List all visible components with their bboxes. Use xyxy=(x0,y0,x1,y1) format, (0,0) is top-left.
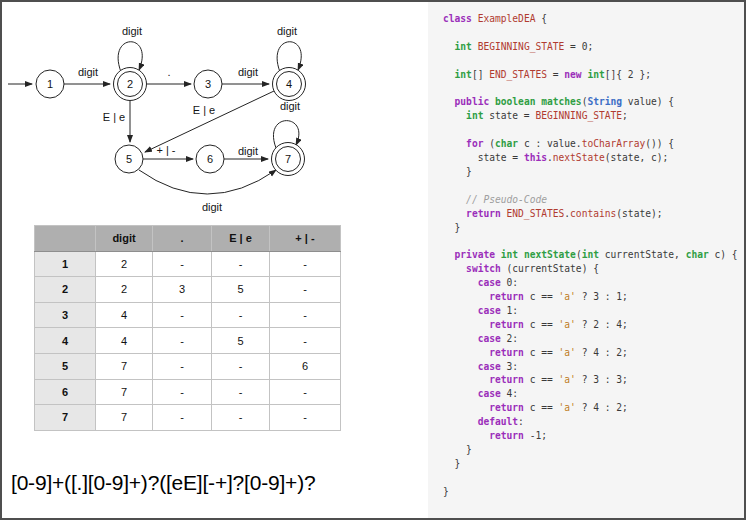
transition-cell: - xyxy=(270,277,341,303)
code-line: int BEGINNING_STATE = 0; xyxy=(443,40,744,54)
code-token: currentState, xyxy=(599,249,686,260)
code-token xyxy=(443,110,466,121)
transition-cell: 7 xyxy=(96,353,153,379)
code-token: 0: xyxy=(501,277,518,288)
transition-cell: - xyxy=(270,379,341,405)
code-token: char xyxy=(686,249,709,260)
code-token: value) { xyxy=(622,96,674,107)
transition-cell: - xyxy=(153,379,212,405)
code-token: -1; xyxy=(524,430,547,441)
code-line: } xyxy=(443,485,744,499)
code-token: (state, c); xyxy=(605,152,669,163)
state-header-cell: 5 xyxy=(35,353,96,379)
code-token: 1: xyxy=(501,305,518,316)
state-node-2: 2 xyxy=(114,68,147,101)
transition-cell: - xyxy=(270,405,341,431)
transition-cell: - xyxy=(153,405,212,431)
code-token: int xyxy=(455,41,472,52)
code-line: return c == 'a' ? 3 : 1; xyxy=(443,290,744,304)
code-token: 3: xyxy=(501,361,518,372)
table-row: 2 2 3 5 - xyxy=(35,277,341,303)
table-row: 7 7 - - - xyxy=(35,405,341,431)
code-token: switch xyxy=(466,263,501,274)
code-line: int state = BEGINNING_STATE; xyxy=(443,109,744,123)
code-token: 'a' xyxy=(559,291,576,302)
code-line: return -1; xyxy=(443,429,744,443)
state-label: 7 xyxy=(285,153,291,165)
code-token: default xyxy=(478,416,518,427)
code-token: toCharArray xyxy=(582,138,646,149)
code-token: return xyxy=(489,402,524,413)
table-row: 5 7 - - 6 xyxy=(35,353,341,379)
transition-cell: - xyxy=(212,405,270,431)
state-node-4: 4 xyxy=(273,68,306,101)
code-token: [] xyxy=(472,69,489,80)
code-token: int xyxy=(501,249,518,260)
code-token: 'a' xyxy=(559,319,576,330)
code-line: case 2: xyxy=(443,332,744,346)
code-line: } xyxy=(443,443,744,457)
state-node-5: 5 xyxy=(115,145,143,173)
transition-cell: 4 xyxy=(96,302,153,328)
code-line xyxy=(443,26,744,40)
code-token: int xyxy=(455,69,472,80)
code-token: new xyxy=(564,69,581,80)
state-label: 5 xyxy=(126,153,132,165)
transition-arrow-4-5 xyxy=(145,91,274,152)
code-line xyxy=(443,179,744,193)
table-row: 6 7 - - - xyxy=(35,379,341,405)
code-token xyxy=(443,388,478,399)
transition-cell: - xyxy=(270,328,341,354)
code-token xyxy=(443,138,466,149)
code-line: case 1: xyxy=(443,304,744,318)
code-token: ? 4 : 2; xyxy=(576,402,628,413)
code-token xyxy=(443,194,466,205)
transition-table: digit . E | e + | - 1 2 - - - 2 2 3 5 - xyxy=(34,225,341,431)
code-token: 'a' xyxy=(559,347,576,358)
code-line: case 3: xyxy=(443,360,744,374)
code-token: for xyxy=(466,138,483,149)
code-token: ( xyxy=(483,138,495,149)
code-token: class xyxy=(443,13,472,24)
state-header-cell: 3 xyxy=(35,302,96,328)
code-token: { xyxy=(535,13,547,24)
code-token: c == xyxy=(524,291,559,302)
transition-cell: - xyxy=(212,353,270,379)
edge-label: digit xyxy=(78,66,98,78)
screenshot-frame: 1 2 3 4 5 6 7 digit di xyxy=(0,0,746,520)
code-token: return xyxy=(489,374,524,385)
code-token: } xyxy=(443,458,460,469)
code-line: } xyxy=(443,457,744,471)
edge-label: . xyxy=(167,66,170,78)
code-token: int xyxy=(582,249,599,260)
code-line: int[] END_STATES = new int[]{ 2 }; xyxy=(443,68,744,82)
code-block: class ExampleDEA { int BEGINNING_STATE =… xyxy=(443,12,744,499)
table-row: 1 2 - - - xyxy=(35,251,341,277)
code-token: c == xyxy=(524,347,559,358)
column-header-dot: . xyxy=(153,226,212,252)
code-token: c == xyxy=(524,319,559,330)
code-token: } xyxy=(443,222,460,233)
state-header-cell: 4 xyxy=(35,328,96,354)
table-header-row: digit . E | e + | - xyxy=(35,226,341,252)
code-token: return xyxy=(489,291,524,302)
code-token: c) { xyxy=(709,249,738,260)
code-line xyxy=(443,123,744,137)
code-token: c == xyxy=(524,374,559,385)
state-label: 6 xyxy=(207,153,213,165)
edge-label: digit xyxy=(122,25,142,37)
code-token xyxy=(443,374,489,385)
code-token: = xyxy=(547,69,564,80)
code-line xyxy=(443,54,744,68)
code-token: case xyxy=(478,305,501,316)
code-token: return xyxy=(489,319,524,330)
code-token: ? 3 : 3; xyxy=(576,374,628,385)
code-token xyxy=(443,347,489,358)
code-token: []{ 2 }; xyxy=(605,69,651,80)
column-header-digit: digit xyxy=(96,226,153,252)
code-token xyxy=(443,249,455,260)
code-token xyxy=(443,361,478,372)
code-token: this xyxy=(524,152,547,163)
code-token: c == xyxy=(524,402,559,413)
transition-cell: 7 xyxy=(96,405,153,431)
